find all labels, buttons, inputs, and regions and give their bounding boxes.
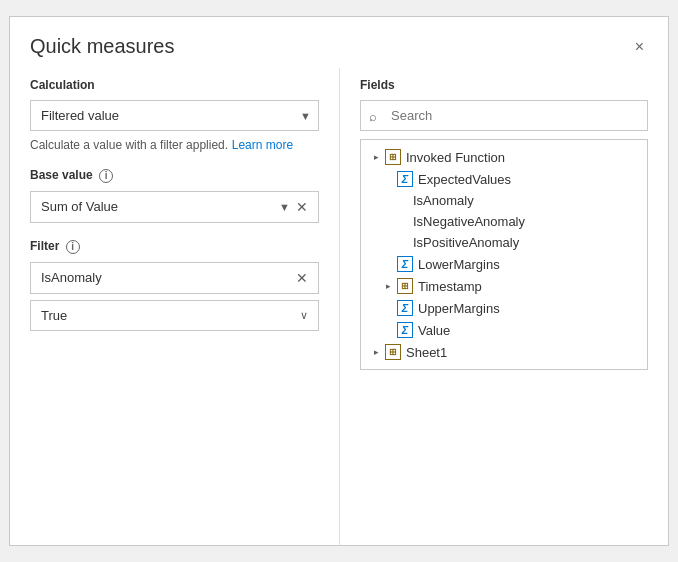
sigma-icon-expected-values: Σ (397, 171, 413, 187)
search-icon: ⌕ (369, 108, 377, 123)
dialog-body: Calculation Filtered value Average per c… (10, 68, 668, 545)
expand-icon-sheet1: ▸ (369, 345, 383, 359)
calculation-label: Calculation (30, 78, 319, 92)
tree-label-lower-margins: LowerMargins (418, 257, 500, 272)
tree-label-is-negative-anomaly: IsNegativeAnomaly (413, 214, 525, 229)
search-wrapper: ⌕ (360, 100, 648, 131)
tree-label-is-positive-anomaly: IsPositiveAnomaly (413, 235, 519, 250)
dialog-title: Quick measures (30, 35, 175, 58)
sigma-icon-lower-margins: Σ (397, 256, 413, 272)
tree-item-expected-values[interactable]: Σ ExpectedValues (361, 168, 647, 190)
search-input[interactable] (360, 100, 648, 131)
expand-icon-upper-margins (381, 301, 395, 315)
expand-icon-timestamp: ▸ (381, 279, 395, 293)
filter-value-dropdown-arrow[interactable]: ∨ (300, 309, 308, 322)
tree-label-sheet1: Sheet1 (406, 345, 447, 360)
quick-measures-dialog: Quick measures × Calculation Filtered va… (9, 16, 669, 546)
description-text: Calculate a value with a filter applied. (30, 138, 228, 152)
tree-item-upper-margins[interactable]: Σ UpperMargins (361, 297, 647, 319)
tree-item-is-positive-anomaly[interactable]: IsPositiveAnomaly (361, 232, 647, 253)
table-icon-invoked-function: ⊞ (385, 149, 401, 165)
base-value-row: Sum of Value ▼ ✕ (30, 191, 319, 223)
expand-icon-expected-values (381, 172, 395, 186)
fields-tree: ▸ ⊞ Invoked Function Σ ExpectedValues Is… (360, 139, 648, 370)
left-panel: Calculation Filtered value Average per c… (10, 68, 340, 545)
sigma-icon-upper-margins: Σ (397, 300, 413, 316)
fields-label: Fields (360, 78, 648, 92)
tree-item-invoked-function[interactable]: ▸ ⊞ Invoked Function (361, 146, 647, 168)
dialog-header: Quick measures × (10, 17, 668, 68)
table-icon-sheet1: ⊞ (385, 344, 401, 360)
calculation-select-wrapper: Filtered value Average per category Vari… (30, 100, 319, 131)
base-value-text: Sum of Value (41, 199, 273, 214)
filter-field-wrapper: IsAnomaly ✕ (30, 262, 319, 294)
base-value-clear-button[interactable]: ✕ (296, 199, 308, 215)
tree-item-lower-margins[interactable]: Σ LowerMargins (361, 253, 647, 275)
tree-label-is-anomaly: IsAnomaly (413, 193, 474, 208)
tree-label-expected-values: ExpectedValues (418, 172, 511, 187)
table-icon-timestamp: ⊞ (397, 278, 413, 294)
tree-label-timestamp: Timestamp (418, 279, 482, 294)
tree-label-value: Value (418, 323, 450, 338)
tree-label-invoked-function: Invoked Function (406, 150, 505, 165)
close-button[interactable]: × (631, 37, 648, 57)
filter-field-text: IsAnomaly (41, 270, 296, 285)
sigma-icon-value: Σ (397, 322, 413, 338)
filter-label-row: Filter i (30, 239, 319, 254)
base-value-dropdown-arrow[interactable]: ▼ (279, 201, 290, 213)
tree-item-is-anomaly[interactable]: IsAnomaly (361, 190, 647, 211)
tree-item-is-negative-anomaly[interactable]: IsNegativeAnomaly (361, 211, 647, 232)
expand-icon-value (381, 323, 395, 337)
right-panel: Fields ⌕ ▸ ⊞ Invoked Function Σ Expected… (340, 68, 668, 545)
filter-field-clear-button[interactable]: ✕ (296, 270, 308, 286)
filter-value-text: True (41, 308, 300, 323)
learn-more-link[interactable]: Learn more (232, 138, 293, 152)
filter-label: Filter (30, 239, 59, 253)
tree-item-timestamp[interactable]: ▸ ⊞ Timestamp (361, 275, 647, 297)
tree-label-upper-margins: UpperMargins (418, 301, 500, 316)
filter-value-wrapper: True ∨ (30, 300, 319, 331)
description-row: Calculate a value with a filter applied.… (30, 137, 319, 152)
expand-icon-invoked-function: ▸ (369, 150, 383, 164)
base-value-info-icon[interactable]: i (99, 169, 113, 183)
filter-info-icon[interactable]: i (66, 240, 80, 254)
tree-item-sheet1[interactable]: ▸ ⊞ Sheet1 (361, 341, 647, 363)
tree-item-value[interactable]: Σ Value (361, 319, 647, 341)
base-value-label-row: Base value i (30, 168, 319, 183)
expand-icon-lower-margins (381, 257, 395, 271)
calculation-select[interactable]: Filtered value Average per category Vari… (30, 100, 319, 131)
base-value-label: Base value (30, 168, 93, 182)
